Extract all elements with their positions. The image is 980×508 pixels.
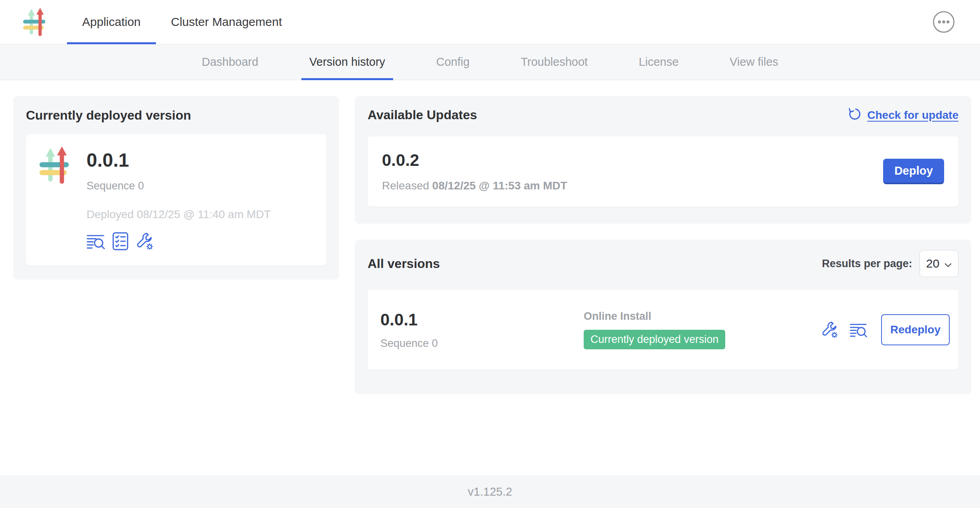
subnav-item-license[interactable]: License bbox=[631, 44, 687, 80]
deploy-button[interactable]: Deploy bbox=[883, 159, 944, 184]
version-row-actions: Redeploy bbox=[821, 314, 950, 345]
deployed-timestamp: Deployed 08/12/25 @ 11:40 am MDT bbox=[87, 208, 271, 221]
ellipsis-circle-icon bbox=[932, 29, 955, 35]
subnav-dashboard-label: Dashboard bbox=[202, 55, 258, 69]
overflow-menu-button[interactable] bbox=[932, 10, 955, 33]
subnav-license-label: License bbox=[639, 55, 679, 69]
deployed-status-badge: Currently deployed version bbox=[584, 330, 725, 349]
results-per-page-select[interactable]: 20 bbox=[919, 250, 958, 277]
currently-deployed-card: Currently deployed version 0.0.1 Sequenc… bbox=[13, 96, 339, 280]
available-updates-card: Available Updates Check for update bbox=[355, 96, 971, 224]
subnav-item-view-files[interactable]: View files bbox=[722, 44, 786, 80]
tab-application-label: Application bbox=[82, 15, 141, 29]
subnav-view-files-label: View files bbox=[730, 55, 778, 69]
all-versions-card: All versions Results per page: 20 bbox=[355, 240, 971, 394]
app-subnav: Dashboard Version history Config Trouble… bbox=[0, 44, 980, 80]
top-nav: Application Cluster Management bbox=[67, 0, 297, 44]
refresh-icon bbox=[847, 106, 862, 124]
deployed-version-panel: 0.0.1 Sequence 0 Deployed 08/12/25 @ 11:… bbox=[26, 134, 326, 266]
app-version-icon bbox=[39, 146, 75, 184]
right-column: Available Updates Check for update bbox=[355, 96, 971, 394]
chevron-down-icon bbox=[945, 257, 952, 270]
preflight-checks-icon[interactable] bbox=[112, 232, 128, 250]
app-header: Application Cluster Management bbox=[0, 0, 980, 44]
view-diff-icon[interactable] bbox=[850, 323, 868, 337]
footer: v1.125.2 bbox=[0, 475, 980, 508]
deployed-version-number: 0.0.1 bbox=[87, 149, 271, 171]
view-diff-icon[interactable] bbox=[87, 234, 105, 249]
tab-cluster-management-label: Cluster Management bbox=[171, 15, 282, 29]
results-per-page-label: Results per page: bbox=[822, 258, 912, 270]
admin-console-page: Application Cluster Management Dashboard… bbox=[0, 0, 980, 508]
subnav-item-version-history[interactable]: Version history bbox=[301, 44, 393, 80]
console-version-label: v1.125.2 bbox=[468, 485, 512, 498]
deployed-actions bbox=[87, 232, 271, 250]
results-per-page: Results per page: 20 bbox=[822, 250, 958, 277]
version-row: 0.0.1 Sequence 0 Online Install Currentl… bbox=[368, 290, 958, 370]
currently-deployed-title: Currently deployed version bbox=[26, 108, 326, 123]
subnav-version-history-label: Version history bbox=[309, 55, 385, 69]
edit-config-icon[interactable] bbox=[136, 232, 154, 250]
install-type-label: Online Install bbox=[584, 310, 821, 323]
update-version-number: 0.0.2 bbox=[382, 151, 567, 170]
tab-cluster-management[interactable]: Cluster Management bbox=[156, 0, 297, 44]
all-versions-title: All versions bbox=[368, 256, 440, 271]
subnav-item-config[interactable]: Config bbox=[428, 44, 478, 80]
deployed-sequence: Sequence 0 bbox=[87, 180, 271, 192]
subnav-item-dashboard[interactable]: Dashboard bbox=[194, 44, 266, 80]
version-row-version: 0.0.1 Sequence 0 bbox=[380, 310, 584, 350]
version-row-status: Online Install Currently deployed versio… bbox=[584, 310, 821, 349]
app-logo-icon bbox=[23, 7, 50, 37]
redeploy-button[interactable]: Redeploy bbox=[881, 314, 950, 345]
subnav-item-troubleshoot[interactable]: Troubleshoot bbox=[513, 44, 596, 80]
edit-config-icon[interactable] bbox=[821, 321, 838, 339]
main-content: Currently deployed version 0.0.1 Sequenc… bbox=[0, 80, 980, 475]
subnav-troubleshoot-label: Troubleshoot bbox=[521, 55, 588, 69]
check-for-update-link[interactable]: Check for update bbox=[847, 106, 958, 124]
tab-application[interactable]: Application bbox=[67, 0, 156, 44]
available-updates-title: Available Updates bbox=[368, 108, 477, 122]
row-sequence: Sequence 0 bbox=[380, 337, 584, 350]
deployed-version-details: 0.0.1 Sequence 0 Deployed 08/12/25 @ 11:… bbox=[87, 146, 271, 254]
results-per-page-value: 20 bbox=[926, 257, 939, 270]
check-for-update-label: Check for update bbox=[867, 109, 958, 122]
subnav-config-label: Config bbox=[436, 55, 470, 69]
update-details: 0.0.2 Released 08/12/25 @ 11:53 am MDT bbox=[382, 151, 567, 192]
update-released-timestamp: Released 08/12/25 @ 11:53 am MDT bbox=[382, 179, 567, 192]
row-version-number: 0.0.1 bbox=[380, 310, 584, 329]
update-row: 0.0.2 Released 08/12/25 @ 11:53 am MDT D… bbox=[368, 136, 958, 207]
